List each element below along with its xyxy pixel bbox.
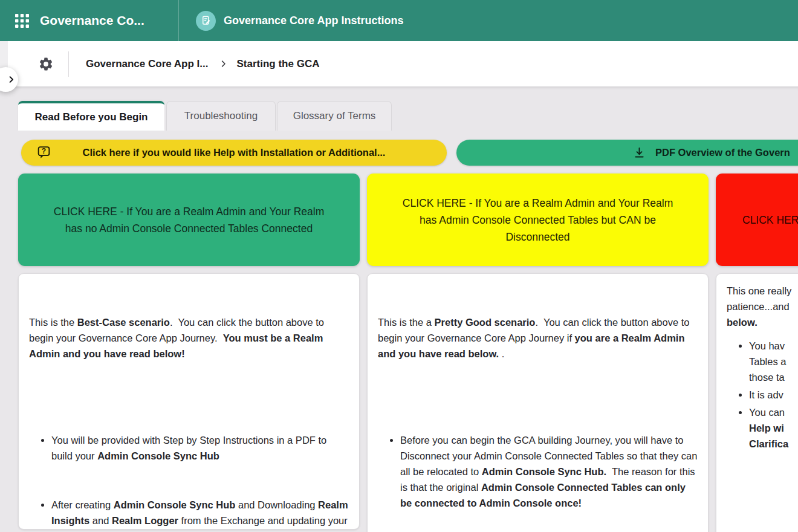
tab-label: Glossary of Terms: [293, 110, 376, 122]
toolbar-divider: [68, 51, 69, 77]
card-intro: This is the Best-Case scenario. You can …: [29, 314, 349, 362]
banner-no-connected-tables[interactable]: CLICK HERE - If You are a Realm Admin an…: [18, 174, 360, 266]
text-segment: After creating: [51, 499, 114, 510]
text-segment: You hav: [749, 340, 785, 351]
app-window: Governance Co... Governance Core App Ins…: [0, 0, 798, 532]
header-page-tab[interactable]: Governance Core App Instructions: [179, 0, 403, 41]
bullet-item: After creating Admin Console Sync Hub an…: [51, 497, 349, 532]
text-segment: .: [499, 348, 504, 359]
bullet-item: It is adv: [749, 387, 798, 403]
tab-label: Read Before you Begin: [34, 111, 148, 123]
text-segment: and Downloading: [235, 499, 318, 510]
card-requires-patience: This one reallypatience...and below. You…: [716, 273, 798, 532]
help-installation-label: Click here if you would like Help with I…: [21, 147, 447, 158]
text-segment: Pretty Good scenario: [435, 317, 536, 328]
apps-grid-icon[interactable]: [8, 7, 35, 34]
breadcrumb-parent[interactable]: Governance Core App I...: [86, 58, 208, 70]
text-segment: This one really: [727, 285, 791, 296]
text-segment: Clarifica: [749, 438, 788, 449]
text-segment: CLICK HERE: [742, 212, 798, 229]
bullet-item: Before you can begin the GCA building Jo…: [400, 432, 698, 511]
text-segment: patience...and: [727, 301, 790, 312]
tab-read-before-you-begin[interactable]: Read Before you Begin: [18, 101, 164, 131]
pdf-overview-button[interactable]: PDF Overview of the Govern: [456, 140, 798, 166]
card-bullet-list: You will be provided with Step by Step I…: [29, 401, 349, 532]
tab-label: Troubleshooting: [184, 110, 258, 122]
download-icon: [633, 146, 646, 159]
toolbar: Governance Core App I... Starting the GC…: [8, 41, 798, 86]
document-pencil-icon: [196, 11, 216, 31]
bullet-item: You havTables athose ta: [749, 338, 798, 385]
banner-cannot-be-disconnected[interactable]: CLICK HERETables but t: [716, 174, 798, 266]
text-segment: those ta: [749, 372, 785, 383]
bullet-item: You canHelp wiClarifica: [749, 404, 798, 452]
text-segment: Help wi: [749, 423, 784, 433]
tab-glossary-of-terms[interactable]: Glossary of Terms: [277, 101, 392, 131]
tab-troubleshooting[interactable]: Troubleshooting: [166, 101, 276, 131]
help-installation-button[interactable]: ? Click here if you would like Help with…: [21, 140, 447, 166]
text-segment: and: [89, 515, 112, 526]
bullet-item: You will be provided with Step by Step I…: [51, 432, 349, 464]
text-segment: Admin Console Sync Hub.: [482, 466, 606, 477]
text-segment: This is the a: [378, 317, 435, 328]
header-page-tab-label: Governance Core App Instructions: [224, 15, 403, 27]
app-header: Governance Co... Governance Core App Ins…: [0, 0, 798, 41]
text-segment: Admin Console Sync Hub: [97, 450, 219, 461]
banner-can-be-disconnected[interactable]: CLICK HERE - If You are a Realm Admin an…: [367, 174, 709, 266]
app-title[interactable]: Governance Co...: [40, 13, 170, 28]
card-pretty-good: This is the a Pretty Good scenario. You …: [367, 273, 709, 532]
card-intro: This is the a Pretty Good scenario. You …: [378, 314, 698, 362]
text-segment: You can: [749, 407, 785, 418]
text-segment: Tables a: [749, 356, 786, 367]
pdf-overview-label: PDF Overview of the Govern: [655, 147, 790, 158]
chevron-right-icon: [219, 59, 228, 68]
card-best-case: This is the Best-Case scenario. You can …: [18, 273, 360, 530]
text-segment: It is adv: [749, 389, 783, 400]
card-bullet-list: You havTables athose ta It is adv You ca…: [727, 338, 798, 452]
text-segment: Best-Case scenario: [77, 317, 170, 328]
text-segment: below.: [727, 317, 757, 328]
card-bullet-list: Before you can begin the GCA building Jo…: [378, 401, 698, 532]
text-segment: Realm Logger: [112, 515, 178, 526]
gear-icon[interactable]: [37, 55, 55, 73]
text-segment: Admin Console Sync Hub: [114, 499, 236, 510]
text-segment: This is the: [29, 317, 77, 328]
card-intro: This one reallypatience...and below.: [727, 283, 798, 330]
breadcrumb-current: Starting the GCA: [236, 58, 319, 70]
